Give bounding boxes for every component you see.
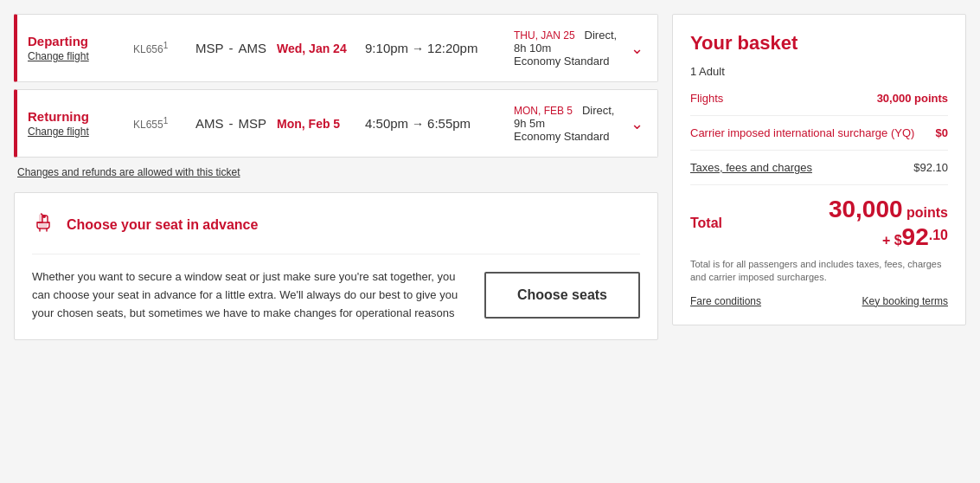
returning-route: AMS - MSP: [195, 116, 266, 131]
basket-taxes-value: $92.10: [913, 161, 948, 174]
fare-conditions-link[interactable]: Fare conditions: [690, 295, 761, 307]
returning-secondary-date: Mon, Feb 5: [277, 117, 355, 131]
basket-surcharge-label: Carrier imposed international surcharge …: [690, 126, 936, 139]
seat-selection-card: Choose your seat in advance Whether you …: [14, 192, 658, 340]
departing-chevron-icon[interactable]: ⌄: [631, 39, 644, 58]
key-booking-terms-link[interactable]: Key booking terms: [862, 295, 948, 307]
changes-notice[interactable]: Changes and refunds are allowed with thi…: [14, 164, 658, 178]
returning-cabin: Economy Standard: [514, 130, 620, 143]
seat-icon: [32, 210, 56, 240]
basket-adult-count: 1 Adult: [690, 65, 948, 78]
returning-change-flight[interactable]: Change flight: [28, 126, 123, 138]
departing-times: 9:10pm → 12:20pm: [365, 41, 503, 55]
returning-info-right: MON, FEB 5 Direct, 9h 5m Economy Standar…: [514, 104, 620, 143]
basket-flights-label: Flights: [690, 92, 723, 105]
basket-total-label: Total: [690, 216, 722, 231]
basket-surcharge-value: $0: [936, 126, 948, 139]
basket-divider-1: [690, 115, 948, 116]
basket-total-points-line: 30,000 points: [829, 196, 948, 223]
departing-label-col: Departing Change flight: [28, 34, 123, 62]
departing-flight-card: Departing Change flight KL6561 MSP - AMS…: [14, 14, 658, 82]
departing-info-right: THU, JAN 25 Direct, 8h 10m Economy Stand…: [514, 29, 620, 68]
basket-points-suffix: points: [903, 205, 948, 220]
departing-secondary-date: Wed, Jan 24: [277, 42, 355, 55]
seat-card-title: Choose your seat in advance: [67, 217, 258, 233]
svg-point-0: [42, 215, 46, 218]
basket-total-points: 30,000: [829, 196, 903, 222]
page-wrapper: Departing Change flight KL6561 MSP - AMS…: [0, 0, 980, 354]
basket-panel: Your basket 1 Adult Flights 30,000 point…: [672, 14, 966, 325]
basket-footnote: Total is for all passengers and includes…: [690, 258, 948, 285]
basket-taxes-label[interactable]: Taxes, fees and charges: [690, 161, 812, 174]
seat-description: Whether you want to secure a window seat…: [32, 268, 467, 322]
returning-direct: MON, FEB 5 Direct, 9h 5m: [514, 104, 620, 130]
departing-flight-row: Departing Change flight KL6561 MSP - AMS…: [28, 29, 644, 68]
left-panel: Departing Change flight KL6561 MSP - AMS…: [14, 14, 658, 340]
returning-flight-row: Returning Change flight KL6551 AMS - MSP…: [28, 104, 644, 143]
returning-label-col: Returning Change flight: [28, 109, 123, 138]
basket-title: Your basket: [690, 32, 948, 55]
returning-arrow-icon: →: [412, 117, 424, 131]
departing-change-flight[interactable]: Change flight: [28, 50, 123, 62]
basket-cash-main: 92: [902, 223, 929, 250]
returning-flight-number: KL6551: [133, 116, 185, 131]
departing-flight-number: KL6561: [133, 41, 185, 55]
basket-cash-decimal: .10: [929, 228, 948, 242]
seat-card-body: Whether you want to secure a window seat…: [32, 268, 640, 322]
basket-total-cash-line: + $92.10: [829, 223, 948, 251]
basket-links-row: Fare conditions Key booking terms: [690, 295, 948, 307]
basket-taxes-row: Taxes, fees and charges $92.10: [690, 161, 948, 174]
basket-plus-dollar: + $: [882, 233, 902, 248]
basket-flights-row: Flights 30,000 points: [690, 92, 948, 105]
seat-card-header: Choose your seat in advance: [32, 210, 640, 254]
basket-divider-3: [690, 184, 948, 185]
returning-times: 4:50pm → 6:55pm: [365, 116, 503, 131]
departing-route: MSP - AMS: [195, 41, 266, 55]
departing-cabin: Economy Standard: [514, 55, 620, 68]
basket-surcharge-row: Carrier imposed international surcharge …: [690, 126, 948, 139]
returning-label: Returning: [28, 109, 123, 124]
basket-total-value: 30,000 points + $92.10: [829, 196, 948, 251]
departing-arrow-icon: →: [412, 42, 424, 55]
departing-direct: THU, JAN 25 Direct, 8h 10m: [514, 29, 620, 55]
departing-label: Departing: [28, 34, 123, 48]
basket-flights-value: 30,000 points: [877, 92, 948, 105]
returning-chevron-icon[interactable]: ⌄: [631, 114, 644, 133]
returning-flight-card: Returning Change flight KL6551 AMS - MSP…: [14, 89, 658, 158]
basket-total-row: Total 30,000 points + $92.10: [690, 196, 948, 251]
basket-divider-2: [690, 150, 948, 151]
choose-seats-button[interactable]: Choose seats: [484, 272, 640, 319]
